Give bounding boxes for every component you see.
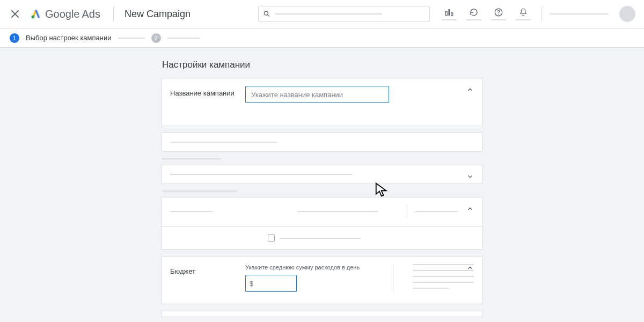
logo-text-ads: Ads: [82, 8, 100, 20]
chevron-up-icon: [466, 264, 474, 272]
placeholder-text: [170, 142, 277, 143]
collapse-toggle[interactable]: [466, 86, 474, 96]
option-checkbox[interactable]: [268, 235, 275, 241]
settings-card-collapsed-1[interactable]: [161, 133, 483, 152]
divider: [407, 205, 407, 218]
toolbar-icons: [438, 5, 635, 23]
subheading: [162, 191, 237, 192]
budget-card: Бюджет Укажите среднюю сумму расходов в …: [161, 256, 483, 304]
help-icon: [494, 8, 503, 17]
reports-icon: [444, 8, 454, 17]
avatar[interactable]: [619, 6, 635, 22]
close-button[interactable]: [9, 8, 21, 20]
top-bar: Google Ads New Campaign: [0, 0, 644, 28]
collapse-toggle[interactable]: [466, 264, 474, 274]
logo-text-google: Google: [45, 8, 80, 20]
search-icon: [263, 10, 270, 18]
notifications-button[interactable]: [513, 5, 534, 23]
card-label: [170, 211, 213, 212]
collapse-toggle[interactable]: [466, 205, 474, 215]
currency-symbol: $: [250, 280, 253, 288]
subheading: [162, 158, 221, 159]
step-1-badge[interactable]: 1: [10, 33, 19, 43]
search-placeholder: [275, 13, 382, 14]
bell-icon: [518, 8, 528, 17]
svg-rect-4: [449, 9, 450, 16]
svg-point-1: [264, 11, 268, 15]
svg-rect-5: [451, 13, 453, 16]
stepper: 1 Выбор настроек кампании 2: [0, 28, 644, 48]
svg-rect-3: [445, 12, 447, 16]
reports-button[interactable]: [438, 5, 460, 23]
campaign-name-card: Название кампании: [161, 78, 483, 126]
campaign-name-input[interactable]: [245, 86, 389, 103]
checkbox-label: [280, 238, 361, 239]
content-area: Настройки кампании Название кампании: [0, 48, 644, 317]
google-ads-icon: [30, 8, 42, 20]
svg-line-2: [268, 15, 269, 17]
expand-toggle[interactable]: [466, 173, 474, 182]
section-title: Настройки кампании: [161, 60, 483, 70]
divider: [541, 6, 542, 21]
budget-info-panel: [404, 264, 474, 289]
help-button[interactable]: [488, 5, 509, 23]
svg-point-7: [498, 14, 499, 14]
budget-label: Бюджет: [170, 264, 245, 275]
step-connector: [118, 38, 145, 39]
refresh-icon: [469, 8, 479, 17]
placeholder-text: [170, 174, 353, 175]
chevron-up-icon: [466, 86, 474, 93]
campaign-name-label: Название кампании: [170, 86, 245, 97]
settings-card-collapsed-2[interactable]: [161, 165, 483, 184]
budget-helper-text: Укажите среднюю сумму расходов в день: [245, 264, 366, 270]
chevron-up-icon: [466, 205, 474, 213]
svg-point-0: [32, 16, 35, 19]
divider: [113, 6, 114, 21]
account-label: [550, 13, 609, 14]
chevron-down-icon: [466, 173, 474, 180]
card-info: [415, 211, 458, 212]
step-2-label: [167, 38, 200, 39]
settings-card-3: [161, 197, 483, 250]
page-title: New Campaign: [125, 9, 191, 20]
refresh-button[interactable]: [463, 5, 485, 23]
step-1-label: Выбор настроек кампании: [26, 34, 112, 42]
search-input[interactable]: [258, 6, 430, 22]
step-2-badge[interactable]: 2: [151, 33, 161, 43]
card-value: [297, 211, 378, 212]
divider: [393, 264, 393, 292]
logo: Google Ads: [30, 8, 100, 20]
settings-card-collapsed-bottom[interactable]: [161, 311, 483, 317]
close-icon: [11, 10, 19, 18]
checkbox-row: [162, 227, 482, 249]
